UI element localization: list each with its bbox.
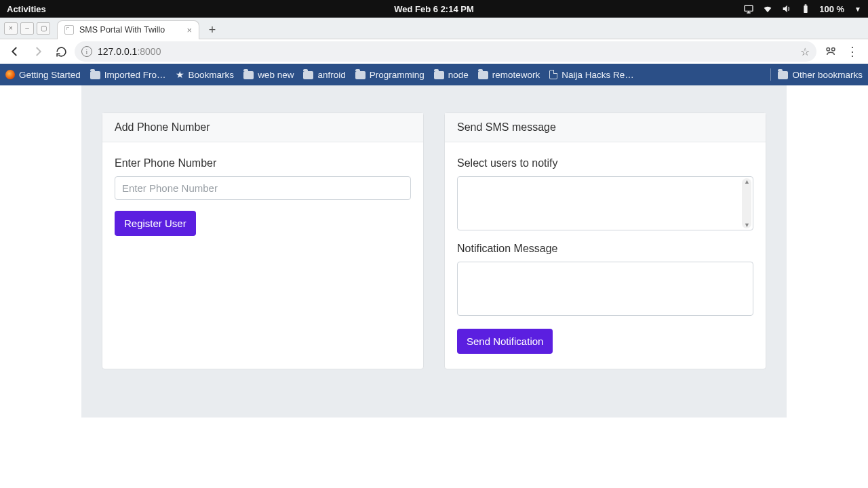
bookmark-webnew[interactable]: web new [243, 70, 294, 80]
bookmark-naijahacks[interactable]: Naija Hacks Re… [549, 70, 634, 80]
page-container: Add Phone Number Enter Phone Number Regi… [81, 85, 787, 418]
browser-toolbar: i 127.0.0.1:8000 ☆ ⋮ [0, 39, 868, 64]
page-viewport: Add Phone Number Enter Phone Number Regi… [0, 85, 868, 488]
volume-icon[interactable] [781, 3, 792, 14]
folder-icon [478, 71, 488, 79]
tab-title: SMS Portal With Twillo [79, 25, 165, 35]
send-notification-button[interactable]: Send Notification [457, 329, 553, 354]
wifi-icon[interactable] [762, 3, 773, 14]
extensions-icon[interactable] [825, 45, 837, 59]
scrollbar[interactable] [742, 178, 751, 228]
register-user-button[interactable]: Register User [115, 211, 196, 236]
star-icon: ★ [176, 69, 184, 80]
new-tab-button[interactable]: + [203, 22, 221, 39]
window-close-button[interactable]: × [4, 22, 18, 35]
svg-rect-0 [745, 5, 753, 11]
phone-label: Enter Phone Number [115, 157, 411, 169]
back-button[interactable] [5, 42, 24, 61]
folder-icon [434, 71, 444, 79]
svg-point-3 [827, 47, 830, 51]
bookmark-star-icon[interactable]: ☆ [800, 45, 810, 58]
bookmark-imported[interactable]: Imported Fro… [90, 70, 166, 80]
svg-point-4 [832, 47, 835, 51]
battery-icon[interactable] [800, 3, 811, 14]
send-sms-header: Send SMS message [445, 113, 766, 142]
bookmark-bookmarks[interactable]: ★Bookmarks [176, 69, 235, 80]
bookmarks-bar: Getting Started Imported Fro… ★Bookmarks… [0, 64, 868, 85]
svg-rect-1 [804, 5, 808, 13]
battery-percent: 100 % [819, 4, 844, 14]
url-display: 127.0.0.1:8000 [98, 46, 161, 57]
scroll-down-icon[interactable]: ▼ [744, 222, 750, 228]
tab-favicon [64, 25, 74, 35]
document-icon [549, 70, 557, 79]
activities-button[interactable]: Activities [7, 4, 46, 14]
bookmark-getting-started[interactable]: Getting Started [5, 70, 81, 80]
message-label: Notification Message [457, 243, 753, 255]
bookmark-anfroid[interactable]: anfroid [303, 70, 345, 80]
tab-close-icon[interactable]: × [186, 25, 192, 35]
site-info-icon[interactable]: i [81, 46, 92, 57]
bookmark-remotework[interactable]: remotework [478, 70, 540, 80]
os-top-bar: Activities Wed Feb 6 2:14 PM 100 % ▼ [0, 0, 868, 18]
browser-tab[interactable]: SMS Portal With Twillo × [57, 20, 199, 39]
display-icon[interactable] [743, 3, 754, 14]
folder-icon [303, 71, 313, 79]
scroll-up-icon[interactable]: ▲ [744, 178, 750, 185]
svg-rect-2 [805, 4, 807, 5]
forward-button[interactable] [28, 42, 47, 61]
send-sms-card: Send SMS message Select users to notify … [444, 113, 766, 369]
reload-button[interactable] [52, 42, 71, 61]
window-minimize-button[interactable]: – [20, 22, 34, 35]
phone-input[interactable] [115, 176, 411, 200]
bookmark-programming[interactable]: Programming [355, 70, 425, 80]
bookmarks-separator [770, 68, 771, 81]
users-select[interactable]: ▲ ▼ [457, 176, 753, 230]
system-menu-caret[interactable]: ▼ [854, 5, 861, 13]
folder-icon [90, 71, 100, 79]
bookmark-node[interactable]: node [434, 70, 469, 80]
folder-icon [778, 71, 788, 79]
folder-icon [243, 71, 254, 79]
firefox-icon [5, 70, 15, 79]
os-clock: Wed Feb 6 2:14 PM [394, 4, 474, 14]
add-phone-header: Add Phone Number [102, 113, 423, 142]
browser-tabstrip: × – ▢ SMS Portal With Twillo × + [0, 18, 868, 39]
address-bar[interactable]: i 127.0.0.1:8000 ☆ [75, 41, 816, 62]
select-users-label: Select users to notify [457, 157, 753, 169]
bookmark-other[interactable]: Other bookmarks [778, 70, 863, 80]
add-phone-card: Add Phone Number Enter Phone Number Regi… [102, 113, 424, 369]
message-textarea[interactable] [457, 262, 753, 316]
window-maximize-button[interactable]: ▢ [37, 22, 50, 35]
folder-icon [355, 71, 366, 79]
